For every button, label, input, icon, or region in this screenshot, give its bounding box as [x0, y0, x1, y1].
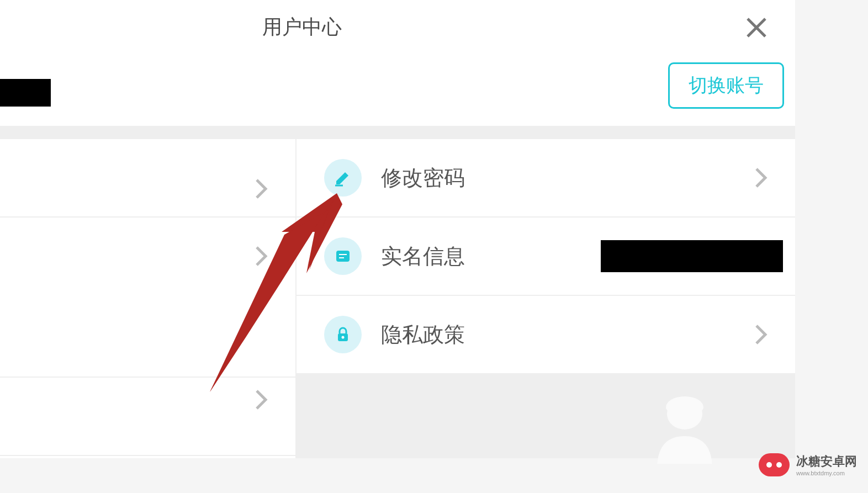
watermark-url: www.btxtdmy.com	[796, 470, 857, 476]
person-silhouette-icon	[646, 386, 723, 464]
right-content-column: 修改密码 实名信息 隐私政策	[295, 139, 795, 458]
switch-account-button[interactable]: 切换账号	[668, 62, 784, 109]
menu-item-change-password[interactable]: 修改密码	[297, 139, 795, 218]
page-header: 用户中心	[0, 0, 795, 54]
pencil-icon	[324, 159, 362, 197]
left-nav-item[interactable]	[0, 139, 295, 218]
watermark-title: 冰糖安卓网	[796, 453, 857, 470]
account-section: 切换账号	[0, 54, 795, 126]
redacted-username	[0, 79, 51, 107]
svg-point-7	[342, 336, 345, 339]
chevron-right-icon	[255, 178, 268, 200]
empty-bottom-area	[297, 374, 795, 458]
left-nav-item[interactable]	[0, 378, 295, 456]
menu-label: 隐私政策	[381, 321, 754, 349]
svg-rect-3	[336, 251, 350, 262]
chevron-right-icon	[255, 245, 268, 267]
menu-label: 修改密码	[381, 164, 754, 192]
id-card-icon	[324, 237, 362, 275]
left-nav-item[interactable]	[0, 218, 295, 378]
lock-icon	[324, 316, 362, 353]
close-icon	[745, 31, 768, 40]
chevron-right-icon	[754, 324, 768, 346]
chevron-right-icon	[255, 389, 268, 411]
switch-account-label: 切换账号	[689, 73, 764, 98]
watermark-logo-icon	[759, 453, 790, 476]
close-button[interactable]	[745, 17, 768, 39]
menu-item-privacy-policy[interactable]: 隐私政策	[297, 296, 795, 374]
page-title: 用户中心	[262, 14, 342, 41]
section-divider	[0, 126, 795, 139]
site-watermark: 冰糖安卓网 www.btxtdmy.com	[759, 453, 857, 476]
menu-item-real-name[interactable]: 实名信息	[297, 218, 795, 296]
left-nav-column	[0, 139, 295, 458]
redacted-real-name-value	[601, 240, 783, 272]
chevron-right-icon	[754, 167, 768, 189]
